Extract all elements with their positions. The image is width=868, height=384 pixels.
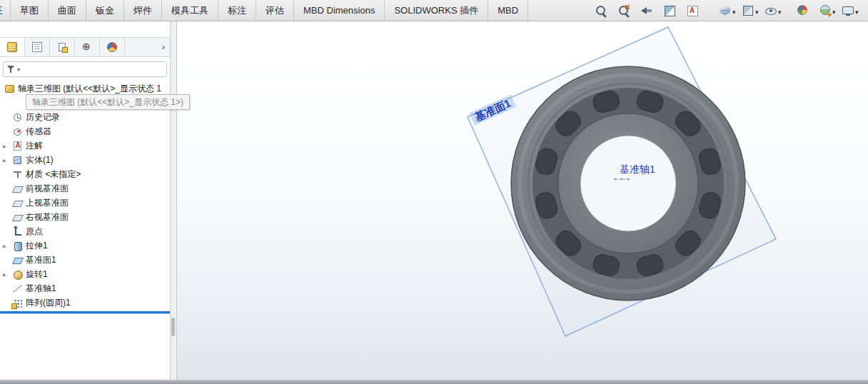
- display-style-icon: [741, 4, 755, 18]
- tree-item-label: 阵列(圆周)1: [26, 297, 71, 309]
- dropdown-caret-icon[interactable]: [855, 4, 861, 17]
- tree-item[interactable]: 右视基准面: [0, 210, 170, 224]
- origin-icon: [12, 226, 23, 237]
- previous-view-icon: [640, 4, 654, 18]
- tree-root-label: 轴承三维图 (默认<<默认>_显示状态 1: [18, 83, 161, 95]
- plane-icon: [12, 212, 23, 223]
- ribbon-tab[interactable]: MBD Dimensions: [294, 0, 385, 21]
- ribbon-tab[interactable]: 曲面: [49, 0, 86, 21]
- ribbon-tab-label: MBD Dimensions: [303, 5, 375, 16]
- panel-tabs-overflow-button[interactable]: ›: [157, 38, 170, 56]
- headsup-button[interactable]: [592, 3, 615, 19]
- plane-icon: [12, 183, 23, 194]
- ribbon-tab-label: 模具工具: [171, 4, 208, 17]
- ribbon-tab[interactable]: 草图: [11, 0, 49, 21]
- annotations-icon: [12, 141, 23, 151]
- tree-root-item[interactable]: 轴承三维图 (默认<<默认>_显示状态 1: [0, 81, 170, 96]
- feature-tree: 历史记录 传感器 注解 实体(1): [0, 110, 170, 310]
- panel-splitter[interactable]: [170, 21, 177, 380]
- headsup-button[interactable]: [839, 3, 862, 19]
- bearing-model[interactable]: [511, 66, 745, 300]
- history-icon: [12, 112, 23, 123]
- tree-item-label: 历史记录: [26, 111, 60, 123]
- headsup-button[interactable]: [638, 3, 661, 19]
- tree-item[interactable]: 传感器: [0, 124, 170, 138]
- filter-caret-icon[interactable]: ▾: [17, 66, 20, 73]
- panel-tab[interactable]: [100, 38, 125, 56]
- headsup-button[interactable]: [794, 3, 817, 19]
- panel-tabs: [0, 38, 125, 56]
- edit-appearance-icon: [795, 4, 809, 18]
- headsup-button[interactable]: [684, 3, 707, 19]
- splitter-handle[interactable]: [171, 318, 175, 336]
- headsup-button[interactable]: [817, 3, 839, 19]
- tree-item[interactable]: 实体(1): [0, 153, 170, 167]
- filter-funnel-icon[interactable]: [6, 64, 16, 74]
- apply-scene-icon: [818, 4, 832, 18]
- tree-tooltip: 轴承三维图 (默认<<默认>_显示状态 1>): [26, 94, 190, 110]
- tree-item[interactable]: 材质 <未指定>: [0, 167, 170, 181]
- ribbon-tab[interactable]: 模具工具: [162, 0, 218, 21]
- zoom-to-fit-icon: [594, 4, 608, 18]
- tree-item[interactable]: 基准轴1: [0, 281, 170, 295]
- ribbon-tab-partial-label: 征: [0, 4, 3, 17]
- headsup-button[interactable]: [661, 3, 684, 19]
- dropdown-caret-icon[interactable]: [832, 4, 838, 17]
- ribbon-tab-label: MBD: [498, 5, 518, 16]
- expand-arrow-icon[interactable]: [3, 155, 11, 165]
- ribbon-tab-partial[interactable]: 征: [0, 0, 11, 21]
- ribbon-tab[interactable]: MBD: [488, 0, 528, 21]
- tree-item[interactable]: 基准面1: [0, 253, 170, 267]
- headsup-button[interactable]: [740, 3, 762, 19]
- graphics-viewport[interactable]: 基准面1 基准轴1: [177, 21, 868, 380]
- solidworks-window: 征 草图 曲面 钣金 焊件 模具工具 标注 评估 MBD Dimensions …: [0, 0, 868, 384]
- commandmanager-tabbar: 征 草图 曲面 钣金 焊件 模具工具 标注 评估 MBD Dimensions …: [0, 0, 868, 21]
- dropdown-caret-icon[interactable]: [732, 4, 738, 17]
- headsup-button[interactable]: [762, 3, 785, 19]
- featuremanager-icon: [6, 41, 18, 53]
- panel-tab[interactable]: [0, 38, 25, 56]
- tree-item-label: 上视基准面: [26, 197, 69, 209]
- tree-item-label: 传感器: [26, 126, 51, 138]
- tree-item[interactable]: 前视基准面: [0, 181, 170, 196]
- dropdown-caret-icon[interactable]: [755, 4, 761, 17]
- ribbon-tab[interactable]: SOLIDWORKS 插件: [385, 0, 488, 21]
- hide-show-items-icon: [764, 4, 778, 18]
- tree-item[interactable]: 上视基准面: [0, 196, 170, 210]
- ribbon-tab[interactable]: 评估: [256, 0, 294, 21]
- ribbon-tab[interactable]: 焊件: [124, 0, 162, 21]
- tree-item[interactable]: 原点: [0, 224, 170, 238]
- panel-tab[interactable]: [50, 38, 75, 56]
- headsup-button[interactable]: [717, 3, 740, 19]
- ribbon-tab-label: 钣金: [96, 4, 114, 17]
- dropdown-caret-icon[interactable]: [778, 4, 784, 17]
- panel-tab[interactable]: [75, 38, 100, 56]
- ribbon-tab-label: 草图: [20, 4, 39, 17]
- axis-label[interactable]: 基准轴1: [620, 163, 655, 175]
- filter-input[interactable]: [22, 63, 163, 76]
- tree-item[interactable]: 注解: [0, 138, 170, 153]
- ribbon-tab-label: 评估: [266, 4, 284, 17]
- displaymanager-icon: [106, 41, 118, 53]
- bearing-bore: [580, 136, 676, 231]
- ribbon-tab[interactable]: 标注: [218, 0, 256, 21]
- tree-item[interactable]: 拉伸1: [0, 238, 170, 253]
- extrude-icon: [12, 241, 23, 251]
- rollback-bar[interactable]: [0, 311, 170, 313]
- tree-item[interactable]: 旋转1: [0, 267, 170, 281]
- featuremanager-panel: › ▾ 轴承三维图 (默认<<默认>_显示状态 1 历史记录: [0, 21, 170, 380]
- pattern-icon: [12, 298, 23, 308]
- panel-tab[interactable]: [25, 38, 50, 56]
- view-orientation-icon: [718, 4, 732, 18]
- expand-arrow-icon[interactable]: [3, 269, 11, 279]
- material-icon: [12, 169, 23, 180]
- tree-item[interactable]: 阵列(圆周)1: [0, 295, 170, 310]
- ribbon-tab[interactable]: 钣金: [86, 0, 124, 21]
- tree-item-label: 实体(1): [26, 154, 54, 166]
- tree-item[interactable]: 历史记录: [0, 110, 170, 124]
- headsup-button[interactable]: [615, 3, 638, 19]
- ribbon-tabs: 草图 曲面 钣金 焊件 模具工具 标注 评估 MBD Dimensions SO…: [11, 0, 528, 21]
- expand-arrow-icon[interactable]: [3, 241, 11, 251]
- expand-arrow-icon[interactable]: [3, 141, 11, 151]
- part-icon: [4, 84, 15, 94]
